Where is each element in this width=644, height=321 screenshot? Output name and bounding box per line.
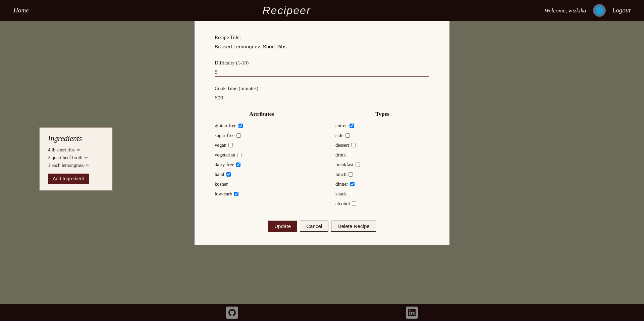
type-dinner-label: dinner — [335, 181, 348, 187]
attributes-section: Attributes gluten-free sugar-free vegan … — [215, 111, 429, 211]
type-lunch: lunch — [335, 172, 429, 177]
attr-halal: halal — [215, 172, 309, 177]
type-side: side — [335, 133, 429, 138]
attr-low-carb-label: low-carb — [215, 191, 232, 197]
cook-time-input[interactable] — [215, 93, 429, 102]
navbar: Home Recipeer Welcome, wizkika 🌐 Logout — [0, 0, 644, 21]
attributes-title: Attributes — [215, 111, 309, 118]
attr-gluten-free: gluten-free — [215, 123, 309, 129]
type-alcohol-checkbox[interactable] — [352, 201, 356, 206]
cancel-button[interactable]: Cancel — [300, 221, 328, 232]
type-dinner-checkbox[interactable] — [350, 182, 355, 186]
update-button[interactable]: Update — [268, 221, 297, 232]
attr-vegan-label: vegan — [215, 142, 226, 148]
type-entree-label: entree — [335, 123, 347, 129]
attr-vegan: vegan — [215, 142, 309, 148]
cook-time-label: Cook Time (minutes) — [215, 85, 429, 91]
type-breakfast: breakfast — [335, 162, 429, 168]
type-entree: entree — [335, 123, 429, 129]
attr-kosher-checkbox[interactable] — [230, 182, 234, 186]
attr-kosher: kosher — [215, 181, 309, 187]
type-alcohol: alcohol — [335, 201, 429, 207]
attr-vegetarian-label: vegetarian — [215, 152, 235, 158]
welcome-text: Welcome, wizkika — [544, 7, 586, 14]
type-alcohol-label: alcohol — [335, 201, 350, 207]
attr-dairy-free-label: dairy-free — [215, 162, 234, 168]
type-breakfast-checkbox[interactable] — [356, 163, 360, 167]
type-side-checkbox[interactable] — [345, 133, 350, 138]
attr-sugar-free: sugar-free — [215, 133, 309, 138]
attr-sugar-free-checkbox[interactable] — [236, 133, 241, 138]
logout-link[interactable]: Logout — [612, 7, 631, 14]
type-snack: snack — [335, 191, 429, 197]
types-column: Types entree side dessert drink — [335, 111, 429, 211]
attr-sugar-free-label: sugar-free — [215, 133, 234, 138]
difficulty-group: Difficulty (1-10) — [215, 60, 429, 77]
type-drink-label: drink — [335, 152, 346, 158]
type-snack-checkbox[interactable] — [349, 192, 353, 196]
type-lunch-checkbox[interactable] — [348, 172, 353, 177]
attr-vegetarian: vegetarian — [215, 152, 309, 158]
difficulty-label: Difficulty (1-10) — [215, 60, 429, 66]
type-drink-checkbox[interactable] — [348, 153, 352, 157]
cook-time-group: Cook Time (minutes) — [215, 85, 429, 102]
github-icon[interactable] — [226, 307, 238, 319]
attr-vegan-checkbox[interactable] — [228, 143, 233, 147]
avatar-icon: 🌐 — [595, 7, 603, 14]
edit-recipe-modal: Recipe Title: Difficulty (1-10) Cook Tim… — [195, 21, 449, 245]
attr-vegetarian-checkbox[interactable] — [237, 153, 241, 157]
type-drink: drink — [335, 152, 429, 158]
attr-halal-checkbox[interactable] — [226, 172, 231, 177]
linkedin-icon[interactable] — [406, 307, 418, 319]
navbar-right: Welcome, wizkika 🌐 Logout — [544, 4, 631, 17]
type-snack-label: snack — [335, 191, 347, 197]
recipe-title-group: Recipe Title: — [215, 34, 429, 51]
attributes-column: Attributes gluten-free sugar-free vegan … — [215, 111, 309, 211]
delete-recipe-button[interactable]: Delete Recipe — [331, 221, 376, 232]
attr-gluten-free-label: gluten-free — [215, 123, 236, 129]
modal-buttons: Update Cancel Delete Recipe — [215, 221, 429, 232]
type-side-label: side — [335, 133, 343, 138]
type-lunch-label: lunch — [335, 172, 346, 177]
modal-overlay: Recipe Title: Difficulty (1-10) Cook Tim… — [0, 21, 644, 304]
home-link[interactable]: Home — [13, 7, 29, 14]
type-dessert-label: dessert — [335, 142, 349, 148]
attr-gluten-free-checkbox[interactable] — [238, 124, 243, 128]
attr-kosher-label: kosher — [215, 181, 228, 187]
attr-low-carb: low-carb — [215, 191, 309, 197]
type-dessert: dessert — [335, 142, 429, 148]
type-breakfast-label: breakfast — [335, 162, 354, 168]
recipe-title-label: Recipe Title: — [215, 34, 429, 40]
attr-low-carb-checkbox[interactable] — [234, 192, 238, 196]
type-dessert-checkbox[interactable] — [351, 143, 356, 147]
type-entree-checkbox[interactable] — [350, 124, 354, 128]
footer — [0, 304, 644, 321]
attr-halal-label: halal — [215, 172, 224, 177]
avatar: 🌐 — [593, 4, 606, 17]
attr-dairy-free-checkbox[interactable] — [236, 163, 240, 167]
difficulty-input[interactable] — [215, 68, 429, 77]
brand-logo: Recipeer — [262, 4, 311, 17]
recipe-title-input[interactable] — [215, 42, 429, 51]
attr-dairy-free: dairy-free — [215, 162, 309, 168]
type-dinner: dinner — [335, 181, 429, 187]
types-title: Types — [335, 111, 429, 118]
